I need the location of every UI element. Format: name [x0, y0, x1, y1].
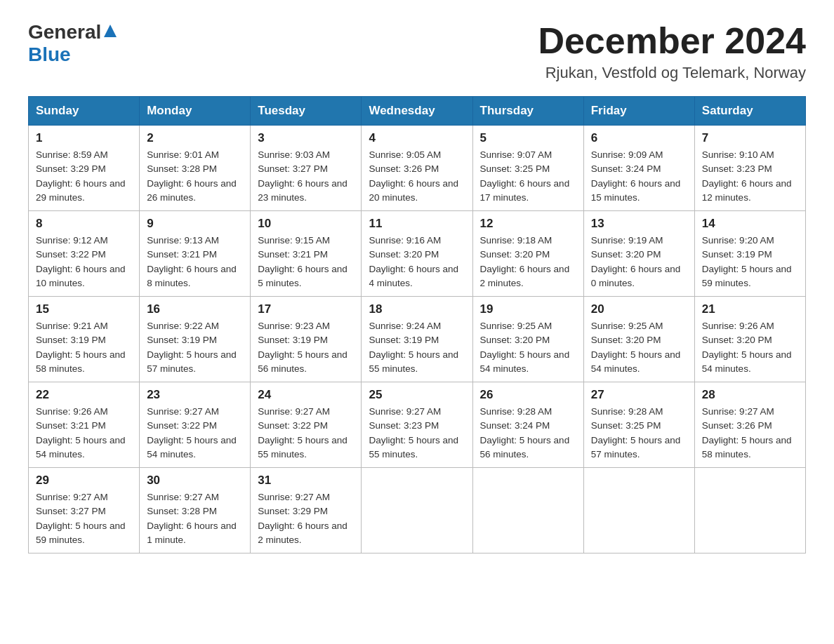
day-number: 15	[36, 302, 132, 316]
calendar-cell: 21 Sunrise: 9:26 AM Sunset: 3:20 PM Dayl…	[694, 297, 805, 382]
day-info: Sunrise: 9:21 AM Sunset: 3:19 PM Dayligh…	[36, 319, 132, 376]
day-number: 24	[258, 388, 354, 402]
day-info: Sunrise: 9:07 AM Sunset: 3:25 PM Dayligh…	[480, 148, 576, 205]
day-number: 6	[591, 131, 687, 145]
calendar-cell: 9 Sunrise: 9:13 AM Sunset: 3:21 PM Dayli…	[140, 211, 251, 297]
day-number: 21	[702, 302, 798, 316]
day-number: 2	[147, 131, 243, 145]
calendar-week-row: 22 Sunrise: 9:26 AM Sunset: 3:21 PM Dayl…	[29, 382, 806, 468]
day-info: Sunrise: 9:26 AM Sunset: 3:20 PM Dayligh…	[702, 319, 798, 376]
calendar-cell: 20 Sunrise: 9:25 AM Sunset: 3:20 PM Dayl…	[583, 297, 694, 382]
day-number: 31	[258, 474, 354, 488]
day-info: Sunrise: 9:24 AM Sunset: 3:19 PM Dayligh…	[369, 319, 465, 376]
calendar-cell	[362, 468, 472, 554]
calendar-week-row: 8 Sunrise: 9:12 AM Sunset: 3:22 PM Dayli…	[29, 211, 806, 297]
day-info: Sunrise: 9:01 AM Sunset: 3:28 PM Dayligh…	[147, 148, 243, 205]
calendar-cell: 18 Sunrise: 9:24 AM Sunset: 3:19 PM Dayl…	[362, 297, 472, 382]
calendar-cell: 8 Sunrise: 9:12 AM Sunset: 3:22 PM Dayli…	[29, 211, 140, 297]
calendar-cell: 2 Sunrise: 9:01 AM Sunset: 3:28 PM Dayli…	[140, 126, 251, 211]
day-number: 10	[258, 217, 354, 231]
weekday-header-thursday: Thursday	[472, 97, 583, 126]
calendar-cell: 14 Sunrise: 9:20 AM Sunset: 3:19 PM Dayl…	[694, 211, 805, 297]
calendar-cell: 26 Sunrise: 9:28 AM Sunset: 3:24 PM Dayl…	[472, 382, 583, 468]
day-info: Sunrise: 8:59 AM Sunset: 3:29 PM Dayligh…	[36, 148, 132, 205]
calendar-cell: 19 Sunrise: 9:25 AM Sunset: 3:20 PM Dayl…	[472, 297, 583, 382]
calendar-cell: 22 Sunrise: 9:26 AM Sunset: 3:21 PM Dayl…	[29, 382, 140, 468]
day-number: 7	[702, 131, 798, 145]
day-info: Sunrise: 9:12 AM Sunset: 3:22 PM Dayligh…	[36, 234, 132, 290]
day-info: Sunrise: 9:27 AM Sunset: 3:27 PM Dayligh…	[36, 490, 132, 547]
day-info: Sunrise: 9:20 AM Sunset: 3:19 PM Dayligh…	[702, 234, 798, 290]
calendar-table: SundayMondayTuesdayWednesdayThursdayFrid…	[28, 96, 806, 554]
svg-marker-0	[104, 25, 117, 37]
day-number: 4	[369, 131, 465, 145]
month-title: December 2024	[538, 21, 806, 61]
day-number: 5	[480, 131, 576, 145]
calendar-cell: 7 Sunrise: 9:10 AM Sunset: 3:23 PM Dayli…	[694, 126, 805, 211]
weekday-header-sunday: Sunday	[29, 97, 140, 126]
logo-general-text: General	[28, 21, 101, 43]
day-number: 9	[147, 217, 243, 231]
day-number: 20	[591, 302, 687, 316]
weekday-header-monday: Monday	[140, 97, 251, 126]
day-info: Sunrise: 9:27 AM Sunset: 3:29 PM Dayligh…	[258, 490, 354, 547]
day-info: Sunrise: 9:28 AM Sunset: 3:24 PM Dayligh…	[480, 405, 576, 462]
day-info: Sunrise: 9:27 AM Sunset: 3:28 PM Dayligh…	[147, 490, 243, 547]
day-number: 18	[369, 302, 465, 316]
day-info: Sunrise: 9:13 AM Sunset: 3:21 PM Dayligh…	[147, 234, 243, 290]
weekday-header-row: SundayMondayTuesdayWednesdayThursdayFrid…	[29, 97, 806, 126]
day-number: 1	[36, 131, 132, 145]
calendar-cell: 1 Sunrise: 8:59 AM Sunset: 3:29 PM Dayli…	[29, 126, 140, 211]
day-number: 22	[36, 388, 132, 402]
weekday-header-friday: Friday	[583, 97, 694, 126]
calendar-cell: 25 Sunrise: 9:27 AM Sunset: 3:23 PM Dayl…	[362, 382, 472, 468]
page-header: General Blue December 2024 Rjukan, Vestf…	[28, 21, 806, 82]
calendar-cell: 3 Sunrise: 9:03 AM Sunset: 3:27 PM Dayli…	[251, 126, 362, 211]
logo-blue-text: Blue	[28, 43, 71, 65]
day-info: Sunrise: 9:09 AM Sunset: 3:24 PM Dayligh…	[591, 148, 687, 205]
calendar-cell: 11 Sunrise: 9:16 AM Sunset: 3:20 PM Dayl…	[362, 211, 472, 297]
calendar-cell: 5 Sunrise: 9:07 AM Sunset: 3:25 PM Dayli…	[472, 126, 583, 211]
day-info: Sunrise: 9:27 AM Sunset: 3:26 PM Dayligh…	[702, 405, 798, 462]
day-number: 27	[591, 388, 687, 402]
day-info: Sunrise: 9:27 AM Sunset: 3:22 PM Dayligh…	[258, 405, 354, 462]
weekday-header-wednesday: Wednesday	[362, 97, 472, 126]
day-info: Sunrise: 9:03 AM Sunset: 3:27 PM Dayligh…	[258, 148, 354, 205]
calendar-cell: 30 Sunrise: 9:27 AM Sunset: 3:28 PM Dayl…	[140, 468, 251, 554]
calendar-cell: 6 Sunrise: 9:09 AM Sunset: 3:24 PM Dayli…	[583, 126, 694, 211]
day-info: Sunrise: 9:25 AM Sunset: 3:20 PM Dayligh…	[591, 319, 687, 376]
calendar-cell: 17 Sunrise: 9:23 AM Sunset: 3:19 PM Dayl…	[251, 297, 362, 382]
weekday-header-saturday: Saturday	[694, 97, 805, 126]
day-number: 14	[702, 217, 798, 231]
day-number: 23	[147, 388, 243, 402]
day-number: 11	[369, 217, 465, 231]
day-info: Sunrise: 9:05 AM Sunset: 3:26 PM Dayligh…	[369, 148, 465, 205]
logo: General Blue	[28, 21, 118, 66]
day-number: 3	[258, 131, 354, 145]
day-number: 16	[147, 302, 243, 316]
day-number: 13	[591, 217, 687, 231]
day-info: Sunrise: 9:18 AM Sunset: 3:20 PM Dayligh…	[480, 234, 576, 290]
calendar-cell: 29 Sunrise: 9:27 AM Sunset: 3:27 PM Dayl…	[29, 468, 140, 554]
calendar-week-row: 15 Sunrise: 9:21 AM Sunset: 3:19 PM Dayl…	[29, 297, 806, 382]
day-info: Sunrise: 9:28 AM Sunset: 3:25 PM Dayligh…	[591, 405, 687, 462]
day-info: Sunrise: 9:22 AM Sunset: 3:19 PM Dayligh…	[147, 319, 243, 376]
day-number: 30	[147, 474, 243, 488]
day-info: Sunrise: 9:16 AM Sunset: 3:20 PM Dayligh…	[369, 234, 465, 290]
weekday-header-tuesday: Tuesday	[251, 97, 362, 126]
day-number: 8	[36, 217, 132, 231]
day-info: Sunrise: 9:27 AM Sunset: 3:22 PM Dayligh…	[147, 405, 243, 462]
day-info: Sunrise: 9:23 AM Sunset: 3:19 PM Dayligh…	[258, 319, 354, 376]
calendar-cell: 27 Sunrise: 9:28 AM Sunset: 3:25 PM Dayl…	[583, 382, 694, 468]
calendar-cell: 10 Sunrise: 9:15 AM Sunset: 3:21 PM Dayl…	[251, 211, 362, 297]
calendar-cell: 15 Sunrise: 9:21 AM Sunset: 3:19 PM Dayl…	[29, 297, 140, 382]
day-number: 29	[36, 474, 132, 488]
day-info: Sunrise: 9:25 AM Sunset: 3:20 PM Dayligh…	[480, 319, 576, 376]
calendar-cell: 12 Sunrise: 9:18 AM Sunset: 3:20 PM Dayl…	[472, 211, 583, 297]
day-info: Sunrise: 9:26 AM Sunset: 3:21 PM Dayligh…	[36, 405, 132, 462]
calendar-cell: 31 Sunrise: 9:27 AM Sunset: 3:29 PM Dayl…	[251, 468, 362, 554]
day-info: Sunrise: 9:27 AM Sunset: 3:23 PM Dayligh…	[369, 405, 465, 462]
day-number: 19	[480, 302, 576, 316]
calendar-cell: 13 Sunrise: 9:19 AM Sunset: 3:20 PM Dayl…	[583, 211, 694, 297]
calendar-cell	[583, 468, 694, 554]
